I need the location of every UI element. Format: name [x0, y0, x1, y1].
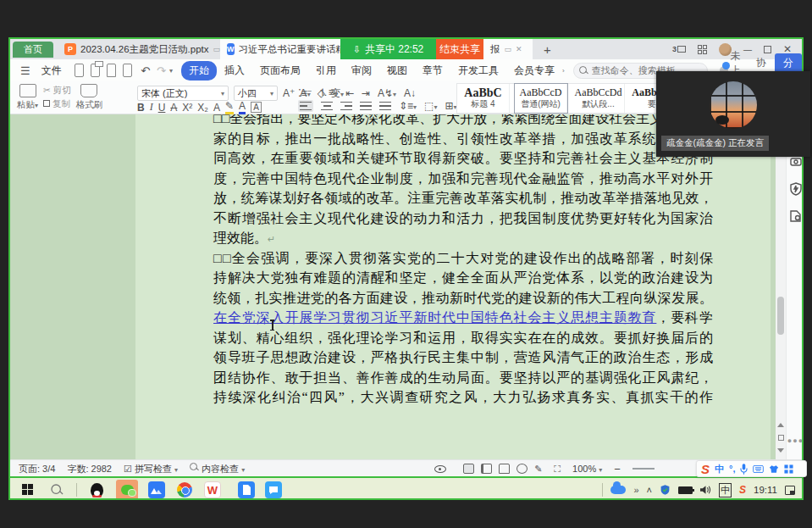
align-right-button[interactable] [340, 102, 352, 110]
cloud-tray-icon[interactable] [610, 486, 626, 494]
numbered-list-icon[interactable]: ⒈≡▾ [318, 86, 338, 100]
menu-file[interactable]: 文件 [34, 61, 69, 81]
ime-punctuation-icon[interactable]: °, [729, 464, 735, 474]
font-name-select[interactable]: 宋体 (正文)▾ [137, 86, 229, 101]
print-icon[interactable] [107, 64, 116, 77]
tab-word-document[interactable]: W 习近平总书记重要讲话精神学习 [220, 39, 340, 59]
fit-page-icon[interactable]: ⛶ [554, 464, 561, 475]
document-canvas[interactable]: □□全会指出，要坚定不移深化改革、扩大开放，紧紧围绕全面建设社会主义现代化国 家… [10, 114, 802, 459]
tab-word-document-end[interactable]: 报 ▭ ✕ [483, 39, 533, 59]
cjk-layout-icon[interactable]: A↯▾ [378, 87, 396, 99]
tab-close-icon[interactable]: ✕ [516, 45, 522, 53]
document-text[interactable]: □□全会指出，要坚定不移深化改革、扩大开放，紧紧围绕全面建设社会主义现代化国 家… [213, 114, 713, 409]
tab-home[interactable]: 首页 [13, 42, 53, 58]
scroll-down-icon[interactable] [777, 448, 784, 453]
cut-button[interactable]: ✂ 剪切 [43, 85, 71, 97]
undo-icon[interactable]: ↶ [137, 64, 153, 77]
spellcheck-toggle[interactable]: ☑ 拼写检查 ▾ [124, 463, 178, 475]
grow-font-button[interactable]: A⁺ [283, 87, 295, 99]
underline-button[interactable]: U [158, 102, 166, 114]
new-tab-button[interactable]: + [537, 39, 558, 59]
read-view-icon[interactable] [499, 464, 510, 474]
wechat-app-icon[interactable] [116, 480, 138, 500]
bold-button[interactable]: B [137, 102, 145, 114]
align-justify-button[interactable] [360, 102, 372, 110]
font-color-button[interactable]: A [239, 100, 246, 114]
ribbon-tab-review[interactable]: 审阅 [344, 61, 379, 81]
quickbar-more-icon[interactable]: ▾ [169, 67, 173, 75]
start-button[interactable] [19, 481, 37, 499]
meeting-video-overlay[interactable]: 疏金金(疏金金) 正在发言 [656, 71, 810, 157]
member-more-icon[interactable]: › [562, 67, 565, 75]
sogou-logo-icon[interactable]: S [701, 462, 710, 476]
ribbon-tab-layout[interactable]: 页面布局 [252, 61, 308, 81]
wps-app-icon[interactable]: W [204, 481, 221, 498]
page-view-icon[interactable] [463, 464, 474, 474]
notification-center-icon[interactable] [785, 486, 795, 495]
ime-mode-chinese[interactable]: 中 [715, 463, 724, 475]
format-painter-button[interactable]: 格式刷 [76, 84, 103, 111]
redo-icon[interactable]: ↷ [153, 64, 169, 77]
character-border-button[interactable]: A [251, 102, 262, 113]
ribbon-tab-member[interactable]: 会员专享 [506, 61, 562, 81]
ime-toolbox-icon[interactable] [784, 464, 793, 474]
window-switch-icon[interactable]: 3 [672, 45, 686, 53]
highlight-color-button[interactable]: ✎ [225, 100, 234, 114]
paste-button[interactable]: 粘贴▾ [17, 84, 38, 111]
assistant-tool-icon[interactable] [789, 155, 802, 169]
outline-view-icon[interactable] [481, 464, 492, 474]
ribbon-tab-devtools[interactable]: 开发工具 [450, 61, 506, 81]
edit-pen-icon[interactable]: ✎ [534, 464, 542, 475]
sidebar-more-icon[interactable]: ●●● [786, 436, 802, 445]
document-search-icon[interactable] [789, 209, 802, 223]
shading-icon[interactable]: ⬚▾ [424, 100, 437, 112]
end-share-button[interactable]: 结束共享 [436, 39, 483, 59]
battery-icon[interactable] [678, 486, 693, 494]
ime-keyboard-icon[interactable] [753, 465, 764, 473]
security-tray-icon[interactable] [660, 484, 671, 496]
chrome-app-icon[interactable] [175, 481, 194, 499]
line-spacing-icon[interactable]: ⇕≡▾ [399, 100, 417, 112]
strikethrough-button[interactable]: A [170, 102, 177, 114]
restore-button[interactable] [764, 46, 771, 53]
web-view-icon[interactable] [516, 464, 528, 474]
shield-bolt-icon[interactable] [789, 182, 802, 196]
sogou-tray-icon[interactable]: S [739, 484, 746, 496]
scrollbar-thumb[interactable] [777, 297, 784, 335]
vertical-scrollbar[interactable] [776, 114, 786, 459]
style-heading4[interactable]: AaBbC 标题 4 [457, 84, 510, 113]
tab-pin-icon[interactable]: ▭ [505, 45, 512, 53]
bullet-list-icon[interactable]: ⁚≡▾ [298, 87, 311, 99]
align-left-button[interactable] [298, 100, 313, 112]
zoom-out-button[interactable]: − [614, 463, 621, 475]
select-browse-object-icon[interactable] [778, 435, 784, 441]
subscript-button[interactable]: X₂ [197, 102, 208, 114]
clock[interactable]: 19:11 [754, 485, 777, 495]
docs-app-icon[interactable] [238, 481, 255, 498]
tab-ppt-comment-icon[interactable]: ▭ [213, 45, 221, 53]
ribbon-tab-home[interactable]: 开始 [181, 61, 217, 81]
export-icon[interactable] [91, 64, 100, 77]
hidden-icons-chevron[interactable]: ˄ [647, 485, 652, 495]
style-default-para[interactable]: AaBbCcDd 默认段... [572, 84, 625, 113]
borders-icon[interactable]: ⊞▾ [445, 100, 456, 112]
italic-button[interactable]: I [150, 101, 153, 114]
ime-mic-icon[interactable] [740, 464, 748, 475]
copy-button[interactable]: 复制 [43, 98, 71, 110]
text-effect-button[interactable]: A [213, 102, 220, 114]
ribbon-tab-section[interactable]: 章节 [415, 61, 450, 81]
hamburger-icon[interactable]: ☰ [17, 64, 34, 77]
content-check-toggle[interactable]: 内容检查 ▾ [190, 463, 245, 475]
qq-app-icon[interactable] [87, 481, 106, 499]
meeting-app-icon[interactable] [148, 481, 165, 498]
print-preview-icon[interactable] [123, 64, 132, 77]
speaker-icon[interactable] [700, 485, 711, 495]
ribbon-tab-view[interactable]: 视图 [379, 61, 415, 81]
decrease-indent-icon[interactable]: ⇤ [345, 87, 354, 99]
font-size-select[interactable]: 小四▾ [234, 86, 278, 101]
ribbon-tab-insert[interactable]: 插入 [217, 61, 252, 81]
ribbon-tab-references[interactable]: 引用 [308, 61, 344, 81]
align-distribute-button[interactable] [379, 102, 391, 110]
align-center-button[interactable] [321, 102, 333, 110]
sort-icon[interactable]: A↓ [404, 87, 416, 99]
